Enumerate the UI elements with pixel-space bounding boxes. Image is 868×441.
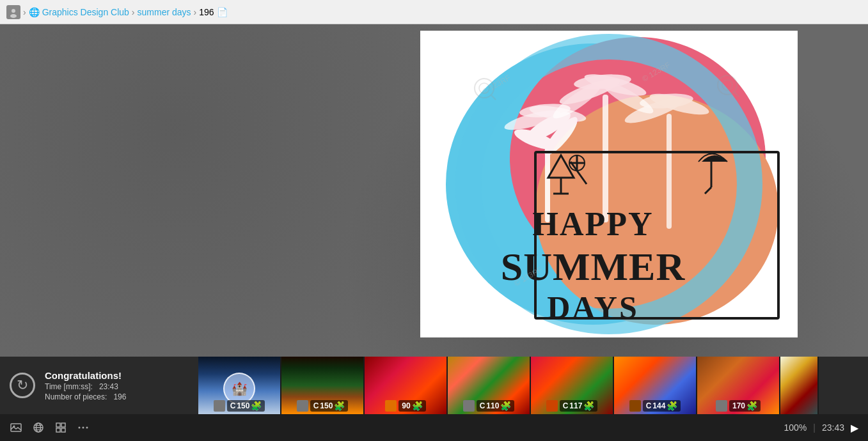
thumb-badge-5: C 117 🧩 bbox=[560, 400, 598, 412]
thumb-count-1: 150 bbox=[237, 401, 249, 410]
svg-rect-55 bbox=[56, 428, 60, 432]
breadcrumb-number: 196 bbox=[199, 7, 214, 17]
thumb-avatar-4 bbox=[463, 400, 475, 412]
svg-point-1 bbox=[12, 9, 15, 13]
pieces-value: 196 bbox=[113, 392, 126, 401]
thumbnail-2[interactable]: C 150 🧩 bbox=[281, 357, 365, 414]
thumb-count-5: 117 bbox=[569, 401, 582, 410]
thumb-count-6: 144 bbox=[652, 401, 665, 410]
time-label: Time [mm:ss]: bbox=[45, 382, 93, 391]
thumb-overlay-5: C 117 🧩 bbox=[531, 400, 613, 412]
thumb-puzzle-icon-6: 🧩 bbox=[667, 401, 677, 411]
thumb-overlay-3: 90 🧩 bbox=[365, 400, 446, 412]
thumb-puzzle-icon-7: 🧩 bbox=[746, 401, 757, 411]
congrats-text: Congratulations! Time [mm:ss]: 23:43 Num… bbox=[45, 370, 126, 401]
thumbnails-row: 🏰 C 150 🧩 C 150 🧩 90 bbox=[198, 357, 868, 414]
thumb-puzzle-icon-2: 🧩 bbox=[334, 401, 345, 411]
thumb-count-2: 150 bbox=[320, 401, 333, 410]
thumb-overlay-7: 170 🧩 bbox=[697, 400, 779, 412]
more-button[interactable] bbox=[77, 421, 90, 434]
grid-button[interactable] bbox=[54, 421, 67, 434]
thumb-badge-2: C 150 🧩 bbox=[310, 400, 349, 412]
thumb-badge-3: 90 🧩 bbox=[398, 400, 425, 412]
svg-text:HAPPY: HAPPY bbox=[532, 206, 653, 242]
thumb-avatar-5 bbox=[546, 400, 558, 412]
thumbnail-6[interactable]: C 144 🧩 bbox=[614, 357, 697, 414]
thumb-puzzle-icon-4: 🧩 bbox=[500, 401, 511, 411]
thumb-c-label-6: C bbox=[646, 401, 652, 410]
refresh-button[interactable] bbox=[10, 373, 35, 398]
thumb-count-3: 90 bbox=[402, 401, 410, 410]
puzzle-image: HAPPY SUMMER DAYS © 123RF © 123RF © 123R… bbox=[420, 31, 798, 337]
thumb-overlay-6: C 144 🧩 bbox=[614, 400, 696, 412]
svg-rect-15 bbox=[603, 95, 608, 222]
congrats-pieces-row: Number of pieces: 196 bbox=[45, 392, 126, 401]
congrats-panel: Congratulations! Time [mm:ss]: 23:43 Num… bbox=[0, 357, 198, 414]
thumb-c-label-4: C bbox=[480, 401, 485, 410]
svg-rect-21 bbox=[667, 114, 672, 229]
image-button[interactable] bbox=[10, 421, 22, 434]
congrats-time-row: Time [mm:ss]: 23:43 bbox=[45, 382, 126, 391]
svg-point-57 bbox=[79, 427, 81, 429]
user-avatar[interactable] bbox=[6, 5, 20, 19]
svg-rect-53 bbox=[56, 423, 60, 427]
svg-point-2 bbox=[10, 14, 17, 18]
breadcrumb-bar: › 🌐 Graphics Design Club › summer days ›… bbox=[0, 0, 868, 24]
thumb-badge-1: C 150 🧩 bbox=[227, 400, 265, 412]
thumb-badge-4: C 110 🧩 bbox=[477, 400, 515, 412]
breadcrumb-site-link[interactable]: Graphics Design Club bbox=[42, 7, 129, 17]
elapsed-time: 23:43 bbox=[822, 422, 844, 433]
globe-button[interactable] bbox=[32, 421, 45, 434]
thumb-badge-7: 170 🧩 bbox=[729, 400, 761, 412]
thumb-puzzle-icon-1: 🧩 bbox=[251, 401, 262, 411]
time-value: 23:43 bbox=[99, 382, 118, 391]
thumb-overlay-2: C 150 🧩 bbox=[281, 400, 363, 412]
svg-point-58 bbox=[83, 427, 84, 429]
toolbar-divider: | bbox=[813, 422, 816, 433]
thumb-count-4: 110 bbox=[486, 401, 499, 410]
page-doc-icon: 📄 bbox=[217, 7, 228, 17]
toolbar-center: 100% | 23:43 ▶ bbox=[784, 422, 859, 434]
svg-rect-56 bbox=[61, 428, 65, 432]
play-button[interactable]: ▶ bbox=[851, 422, 858, 434]
thumbnail-4[interactable]: C 110 🧩 bbox=[448, 357, 531, 414]
globe-icon: 🌐 bbox=[29, 7, 40, 17]
pieces-label: Number of pieces: bbox=[45, 392, 107, 401]
thumb-avatar-1 bbox=[214, 400, 225, 412]
toolbar-left bbox=[10, 421, 90, 434]
svg-point-59 bbox=[86, 427, 88, 429]
breadcrumb-page-link[interactable]: summer days bbox=[138, 7, 191, 17]
thumb-c-label-1: C bbox=[230, 401, 236, 410]
thumb-badge-6: C 144 🧩 bbox=[643, 400, 681, 412]
thumb-avatar-2 bbox=[297, 400, 308, 412]
thumbnail-7[interactable]: 170 🧩 bbox=[697, 357, 780, 414]
thumbnail-5[interactable]: C 117 🧩 bbox=[531, 357, 614, 414]
thumb-puzzle-icon-5: 🧩 bbox=[583, 401, 594, 411]
thumbnail-1[interactable]: 🏰 C 150 🧩 bbox=[198, 357, 281, 414]
thumb-count-7: 170 bbox=[732, 401, 745, 410]
breadcrumb-sep-3: › bbox=[194, 7, 197, 17]
zoom-level: 100% bbox=[784, 422, 807, 433]
thumbnail-3[interactable]: 90 🧩 bbox=[365, 357, 448, 414]
thumb-avatar-3 bbox=[385, 400, 397, 412]
breadcrumb-sep-2: › bbox=[132, 7, 135, 17]
breadcrumb-sep-1: › bbox=[23, 7, 26, 17]
thumb-puzzle-icon-3: 🧩 bbox=[412, 401, 423, 411]
thumb-avatar-6 bbox=[629, 400, 641, 412]
svg-text:SUMMER: SUMMER bbox=[501, 245, 686, 288]
thumb-c-label-2: C bbox=[313, 401, 319, 410]
bottom-toolbar: 100% | 23:43 ▶ bbox=[0, 414, 868, 441]
congrats-title: Congratulations! bbox=[45, 370, 126, 381]
svg-text:DAYS: DAYS bbox=[547, 290, 639, 325]
puzzle-area: HAPPY SUMMER DAYS © 123RF © 123RF © 123R… bbox=[0, 24, 868, 374]
svg-rect-54 bbox=[61, 423, 65, 427]
thumb-avatar-7 bbox=[716, 400, 727, 412]
thumb-overlay-1: C 150 🧩 bbox=[198, 400, 280, 412]
thumb-c-label-5: C bbox=[563, 401, 569, 410]
thumbnail-8[interactable] bbox=[780, 357, 819, 414]
thumb-overlay-4: C 110 🧩 bbox=[448, 400, 530, 412]
